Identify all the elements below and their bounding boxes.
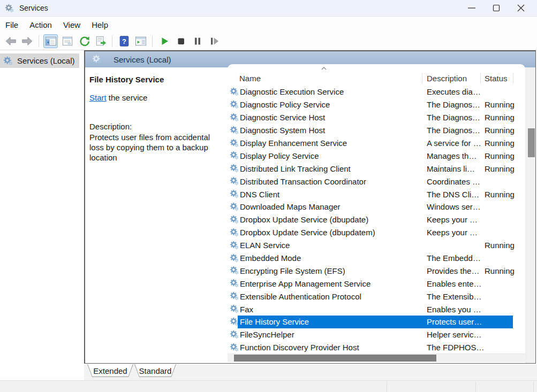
- menu-view[interactable]: View: [63, 20, 80, 29]
- cell-status: [485, 341, 522, 353]
- row-body[interactable]: ELAN ServiceRunning: [238, 239, 513, 252]
- export-list-button[interactable]: [93, 34, 108, 48]
- tab-standard[interactable]: Standard: [134, 364, 176, 377]
- table-row[interactable]: Diagnostic Service HostThe Diagnos…Runni…: [228, 111, 525, 124]
- start-service-link[interactable]: Start: [89, 93, 107, 102]
- cell-name: ELAN Service: [240, 239, 425, 252]
- show-action-pane-icon: [135, 35, 147, 47]
- row-body[interactable]: Dropbox Update Service (dbupdatem)Keeps …: [238, 226, 513, 239]
- horizontal-scrollbar[interactable]: [228, 353, 525, 362]
- row-body[interactable]: Encrypting File System (EFS)Provides the…: [238, 264, 513, 277]
- pause-service-button[interactable]: [190, 34, 205, 48]
- restart-service-button[interactable]: [207, 34, 221, 48]
- table-row[interactable]: FileSyncHelperHelper servic…: [228, 328, 525, 341]
- row-body[interactable]: Embedded ModeThe Embedd…: [238, 252, 513, 265]
- table-row[interactable]: Display Policy ServiceManages th…Running: [228, 149, 525, 162]
- back-button[interactable]: [3, 34, 18, 48]
- toolbar-separator: [112, 35, 112, 47]
- minimize-button[interactable]: [459, 0, 484, 16]
- row-body[interactable]: Diagnostic Service HostThe Diagnos…Runni…: [238, 111, 513, 124]
- help-button[interactable]: ?: [117, 34, 131, 48]
- vertical-scrollbar[interactable]: [527, 68, 535, 363]
- tree-item-services-local[interactable]: Services (Local): [0, 53, 79, 68]
- column-separator[interactable]: [480, 73, 481, 84]
- tree-item-label: Services (Local): [17, 56, 75, 65]
- vertical-scrollbar-thumb[interactable]: [528, 128, 535, 157]
- horizontal-scrollbar-thumb[interactable]: [234, 355, 436, 362]
- row-body[interactable]: Enterprise App Management ServiceEnables…: [238, 277, 513, 290]
- table-row[interactable]: Distributed Link Tracking ClientMaintain…: [228, 162, 525, 175]
- selected-service-name: File History Service: [89, 75, 224, 84]
- cell-status: [485, 328, 522, 341]
- menu-help[interactable]: Help: [92, 20, 108, 29]
- stop-service-button[interactable]: [173, 34, 188, 48]
- show-action-pane-button[interactable]: [133, 34, 148, 48]
- restart-service-icon: [208, 35, 220, 47]
- row-body[interactable]: DNS ClientThe DNS Cli…Running: [238, 188, 513, 201]
- cell-status: [485, 252, 522, 265]
- row-body[interactable]: Diagnostic System HostThe Diagnos…Runnin…: [238, 124, 513, 137]
- footer-divider: [387, 381, 387, 392]
- menu-file[interactable]: File: [5, 20, 18, 29]
- start-service-button[interactable]: [157, 34, 171, 48]
- row-body[interactable]: Downloaded Maps ManagerWindows ser…: [238, 201, 513, 213]
- table-row[interactable]: FaxEnables you …: [228, 303, 525, 316]
- table-row[interactable]: DNS ClientThe DNS Cli…Running: [228, 188, 525, 201]
- table-row[interactable]: Embedded ModeThe Embedd…: [228, 252, 525, 265]
- table-row[interactable]: Dropbox Update Service (dbupdate)Keeps y…: [228, 213, 525, 226]
- table-row[interactable]: Display Enhancement ServiceA service for…: [228, 137, 525, 150]
- toolbar-separator: [39, 35, 39, 47]
- table-row[interactable]: File History ServiceProtects user…: [228, 316, 525, 328]
- row-body[interactable]: FaxEnables you …: [238, 303, 513, 316]
- tab-extended[interactable]: Extended: [87, 364, 133, 377]
- table-row[interactable]: ELAN ServiceRunning: [228, 239, 525, 252]
- maximize-icon: [491, 3, 501, 13]
- row-body[interactable]: Dropbox Update Service (dbupdate)Keeps y…: [238, 213, 513, 226]
- table-row[interactable]: Function Discovery Provider HostThe FDPH…: [228, 341, 525, 353]
- column-header-name[interactable]: Name: [239, 72, 261, 86]
- table-row[interactable]: Diagnostic Execution ServiceExecutes dia…: [228, 86, 525, 98]
- column-separator[interactable]: [422, 73, 422, 84]
- row-body[interactable]: Distributed Transaction CoordinatorCoord…: [238, 175, 513, 188]
- cell-status: Running: [485, 98, 522, 111]
- table-row[interactable]: Diagnostic System HostThe Diagnos…Runnin…: [228, 124, 525, 137]
- row-body[interactable]: Distributed Link Tracking ClientMaintain…: [238, 162, 513, 175]
- column-separator[interactable]: [513, 73, 513, 84]
- table-row[interactable]: Extensible Authentication ProtocolThe Ex…: [228, 290, 525, 303]
- table-row[interactable]: Encrypting File System (EFS)Provides the…: [228, 264, 525, 277]
- row-body[interactable]: Diagnostic Execution ServiceExecutes dia…: [238, 86, 513, 98]
- selected-row-body[interactable]: File History ServiceProtects user…: [238, 316, 513, 328]
- row-body[interactable]: Display Enhancement ServiceA service for…: [238, 137, 513, 150]
- row-body[interactable]: Diagnostic Policy ServiceThe Diagnos…Run…: [238, 98, 513, 111]
- stop-service-icon: [175, 35, 187, 47]
- cell-status: Running: [485, 137, 522, 150]
- menu-action[interactable]: Action: [29, 20, 52, 29]
- column-header-description[interactable]: Description: [427, 72, 467, 86]
- cell-name: Distributed Transaction Coordinator: [240, 175, 425, 188]
- cell-status: Running: [485, 149, 522, 162]
- row-body[interactable]: Extensible Authentication ProtocolThe Ex…: [238, 290, 513, 303]
- row-body[interactable]: FileSyncHelperHelper servic…: [238, 328, 513, 341]
- table-row[interactable]: Dropbox Update Service (dbupdatem)Keeps …: [228, 226, 525, 239]
- cell-name: Encrypting File System (EFS): [240, 264, 425, 277]
- row-body[interactable]: Function Discovery Provider HostThe FDPH…: [238, 341, 513, 353]
- title-bar: Services: [0, 0, 537, 17]
- properties-button[interactable]: [60, 34, 74, 48]
- cell-description: Keeps your …: [427, 226, 483, 239]
- table-row[interactable]: Downloaded Maps ManagerWindows ser…: [228, 201, 525, 213]
- cell-name: Enterprise App Management Service: [240, 277, 425, 290]
- cell-name: DNS Client: [240, 188, 425, 201]
- table-row[interactable]: Enterprise App Management ServiceEnables…: [228, 277, 525, 290]
- cell-name: Diagnostic Policy Service: [240, 98, 425, 111]
- row-body[interactable]: Display Policy ServiceManages th…Running: [238, 149, 513, 162]
- table-row[interactable]: Diagnostic Policy ServiceThe Diagnos…Run…: [228, 98, 525, 111]
- close-button[interactable]: [509, 0, 533, 16]
- column-header-status[interactable]: Status: [485, 72, 508, 86]
- cell-name: Fax: [240, 303, 425, 316]
- show-console-tree-button[interactable]: [43, 34, 58, 48]
- table-row[interactable]: Distributed Transaction CoordinatorCoord…: [228, 175, 525, 188]
- maximize-button[interactable]: [484, 0, 509, 16]
- cell-status: Running: [485, 264, 522, 277]
- refresh-button[interactable]: [77, 34, 91, 48]
- forward-button[interactable]: [20, 34, 34, 48]
